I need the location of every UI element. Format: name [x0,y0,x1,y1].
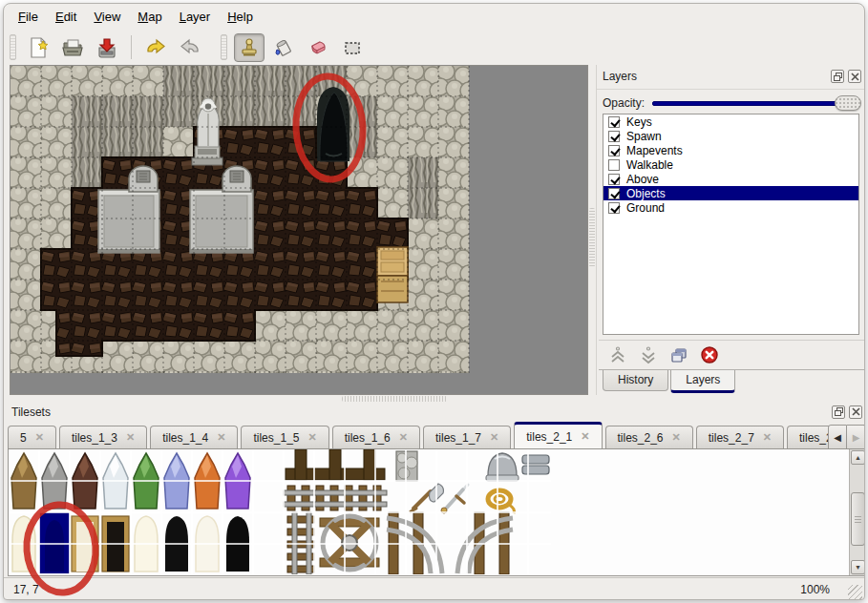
opacity-slider[interactable] [652,94,861,112]
open-folder-icon [61,36,84,59]
open-map-button[interactable] [57,33,88,62]
menu-view[interactable]: View [85,7,129,27]
layer-visibility-checkbox[interactable] [608,116,620,128]
tilesets-panel-title: Tilesets [11,405,832,419]
scroll-down-button[interactable]: ▼ [851,560,865,574]
layer-visibility-checkbox[interactable] [608,145,620,156]
raise-layer-button[interactable] [606,343,629,366]
close-tab-icon[interactable]: ✕ [490,432,498,443]
new-map-button[interactable] [23,33,53,62]
tab-scroll-right-button[interactable]: ▶ [847,425,865,449]
rect-select-tool-button[interactable] [337,33,368,62]
new-file-icon [27,36,50,59]
tab-history[interactable]: History [603,370,668,391]
layer-row-spawn[interactable]: Spawn [603,129,858,143]
save-map-button[interactable] [92,33,122,62]
layer-name: Above [626,173,659,186]
layer-row-walkable[interactable]: Walkable [603,157,858,172]
layers-panel: Layers Opacity: [596,65,865,395]
tileset-vertical-scrollbar[interactable]: ▲ ▼ [849,449,865,575]
tileset-tab[interactable]: tiles_1_6✕ [332,426,420,448]
close-tab-icon[interactable]: ✕ [399,432,408,443]
layer-name: Mapevents [626,144,683,157]
tab-layers[interactable]: Layers [670,370,735,393]
duplicate-layer-icon [669,345,688,364]
close-panel-button[interactable] [849,405,862,419]
toolbar [4,30,864,65]
layer-visibility-checkbox[interactable] [608,188,620,199]
tileset-tab[interactable]: tiles_2_6✕ [605,426,693,448]
vertical-splitter-handle[interactable] [589,208,595,267]
menu-layer[interactable]: Layer [171,7,220,27]
rect-select-icon [341,36,364,59]
layer-row-objects[interactable]: Objects [603,186,858,200]
close-tab-icon[interactable]: ✕ [307,432,316,443]
opacity-slider-track[interactable] [652,101,857,106]
eraser-tool-button[interactable] [303,33,333,62]
layer-visibility-checkbox[interactable] [608,159,620,171]
tilesets-panel-header: Tilesets [8,402,865,422]
tileset-tab[interactable]: tiles_1_3✕ [59,426,147,448]
close-tab-icon[interactable]: ✕ [763,432,772,443]
resize-grip[interactable] [848,585,862,599]
scrollbar-thumb[interactable] [851,492,865,546]
lower-layer-button[interactable] [637,343,660,366]
layer-visibility-checkbox[interactable] [608,174,620,185]
fill-tool-button[interactable] [268,33,299,62]
close-tab-icon[interactable]: ✕ [126,432,135,443]
menu-edit[interactable]: Edit [47,7,85,27]
map-canvas[interactable] [10,65,588,395]
redo-button[interactable] [175,33,205,62]
close-tab-icon[interactable]: ✕ [217,432,225,443]
layer-name: Spawn [626,130,662,143]
close-icon [852,407,860,416]
crates [377,247,408,302]
tilesets-panel: Tilesets 5✕ tiles_1_3✕ tiles_1_4✕ [8,402,865,577]
float-panel-button[interactable] [831,70,844,83]
undo-icon [144,36,167,59]
opacity-label: Opacity: [603,96,645,110]
float-panel-button[interactable] [832,405,845,419]
layers-panel-header: Layers [597,65,865,88]
layer-row-keys[interactable]: Keys [603,114,858,129]
tools-drag-handle[interactable] [221,34,227,60]
vertical-splitter[interactable] [588,65,596,395]
tab-scroll-left-button[interactable]: ◀ [828,425,847,449]
tileset-tab[interactable]: tiles_2_7✕ [696,426,784,448]
layer-row-mapevents[interactable]: Mapevents [603,143,858,157]
close-tab-icon[interactable]: ✕ [672,432,681,443]
close-tab-icon[interactable]: ✕ [581,431,589,442]
layer-name: Objects [626,187,666,200]
close-panel-button[interactable] [848,70,861,83]
tileset-tabbar: 5✕ tiles_1_3✕ tiles_1_4✕ tiles_1_5✕ tile… [8,422,865,449]
menu-file[interactable]: File [10,7,47,27]
tileset-canvas[interactable]: ▲ ▼ [8,449,865,576]
tileset-tab[interactable]: tiles_1_7✕ [423,426,511,448]
stamp-tool-icon [238,36,261,59]
duplicate-layer-button[interactable] [667,343,690,366]
stamp-tool-button[interactable] [234,33,265,62]
menu-help[interactable]: Help [219,7,262,27]
opacity-slider-handle[interactable] [835,95,861,111]
map-editor-window: File Edit View Map Layer Help [3,3,865,600]
tileset-tab[interactable]: tiles_1_4✕ [150,426,238,448]
close-tab-icon[interactable]: ✕ [35,432,44,443]
dock-tabs: History Layers [599,369,865,395]
tileset-tab-active[interactable]: tiles_2_1✕ [514,422,602,448]
lower-layer-icon [639,345,658,364]
tileset-tab[interactable]: 5✕ [8,426,56,448]
delete-layer-button[interactable] [698,343,721,366]
layers-panel-title: Layers [603,70,831,83]
layer-visibility-checkbox[interactable] [608,131,620,142]
layer-name: Walkable [626,158,673,172]
scroll-up-button[interactable]: ▲ [851,450,865,465]
layer-row-above[interactable]: Above [603,172,858,186]
tileset-tab[interactable]: tiles_1_5✕ [241,426,328,448]
zoom-level: 100% [800,583,830,596]
toolbar-drag-handle[interactable] [10,34,16,60]
menu-map[interactable]: Map [129,7,170,27]
layer-visibility-checkbox[interactable] [608,202,620,214]
undo-button[interactable] [140,33,171,62]
status-bar: 17, 7 100% [4,577,864,600]
layer-row-ground[interactable]: Ground [603,200,858,215]
